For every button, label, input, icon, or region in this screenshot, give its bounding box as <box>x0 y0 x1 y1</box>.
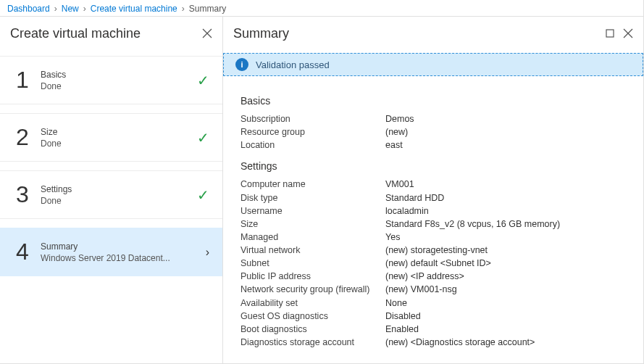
close-icon[interactable] <box>202 28 212 38</box>
checkmark-icon: ✓ <box>197 72 209 89</box>
row-username: Usernamelocaladmin <box>241 204 626 218</box>
row-size: SizeStandard F8s_v2 (8 vcpus, 16 GB memo… <box>241 218 626 231</box>
step-settings[interactable]: 3 Settings Done ✓ <box>0 170 222 219</box>
step-label: Summary <box>41 241 206 252</box>
step-number: 4 <box>16 239 41 265</box>
step-status: Done <box>41 81 171 91</box>
row-subnet: Subnet(new) default <Subnet ID> <box>241 257 626 270</box>
validation-banner: i Validation passed <box>223 53 643 76</box>
row-location: Locationeast <box>241 138 626 152</box>
row-subscription: SubscriptionDemos <box>241 112 626 125</box>
row-computer-name: Computer nameVM001 <box>241 178 626 191</box>
close-icon[interactable] <box>623 28 633 38</box>
step-status: Windows Server 2019 Datacent... <box>41 253 171 263</box>
breadcrumb-new[interactable]: New <box>62 4 79 14</box>
row-resource-group: Resource group(new) <box>241 125 626 138</box>
row-boot-diag: Boot diagnosticsEnabled <box>241 323 626 336</box>
step-summary[interactable]: 4 Summary Windows Server 2019 Datacent..… <box>0 228 222 276</box>
step-label: Size <box>41 127 197 137</box>
maximize-icon[interactable] <box>606 29 614 38</box>
checkmark-icon: ✓ <box>197 129 209 146</box>
chevron-right-icon: › <box>54 4 57 14</box>
svg-rect-2 <box>606 30 614 37</box>
breadcrumb-create-vm[interactable]: Create virtual machine <box>91 4 177 14</box>
step-number: 1 <box>16 67 41 94</box>
step-label: Settings <box>41 184 197 194</box>
row-nsg: Network security group (firewall)(new) V… <box>241 283 626 296</box>
breadcrumb-current: Summary <box>189 4 226 14</box>
step-status: Done <box>41 138 171 149</box>
validation-text: Validation passed <box>256 59 330 70</box>
summary-panel: Summary i Validation passed Basics Subsc… <box>223 16 643 363</box>
chevron-right-icon: › <box>206 246 209 259</box>
row-avset: Availability setNone <box>241 297 626 310</box>
row-managed: ManagedYes <box>241 231 626 244</box>
step-size[interactable]: 2 Size Done ✓ <box>0 113 222 162</box>
chevron-right-icon: › <box>83 4 86 14</box>
step-basics[interactable]: 1 Basics Done ✓ <box>0 56 222 104</box>
step-number: 2 <box>16 124 41 151</box>
info-icon: i <box>235 58 248 71</box>
row-diag-storage: Diagnostics storage account(new) <Diagno… <box>241 336 626 349</box>
row-guest-diag: Guest OS diagnosticsDisabled <box>241 310 626 323</box>
breadcrumb: Dashboard › New › Create virtual machine… <box>0 0 643 16</box>
row-disk-type: Disk typeStandard HDD <box>241 191 626 204</box>
section-basics-title: Basics <box>241 95 626 107</box>
section-settings-title: Settings <box>241 160 626 172</box>
checkmark-icon: ✓ <box>197 186 209 204</box>
breadcrumb-dashboard[interactable]: Dashboard <box>7 4 50 14</box>
chevron-right-icon: › <box>182 4 185 14</box>
step-label: Basics <box>41 70 197 80</box>
step-status: Done <box>41 196 171 206</box>
summary-title: Summary <box>233 26 289 41</box>
wizard-panel: Create virtual machine 1 Basics Done ✓ 2… <box>0 16 223 363</box>
step-number: 3 <box>16 181 41 208</box>
wizard-title: Create virtual machine <box>10 26 141 41</box>
row-public-ip: Public IP address(new) <IP address> <box>241 270 626 283</box>
row-vnet: Virtual network(new) storagetesting-vnet <box>241 244 626 257</box>
